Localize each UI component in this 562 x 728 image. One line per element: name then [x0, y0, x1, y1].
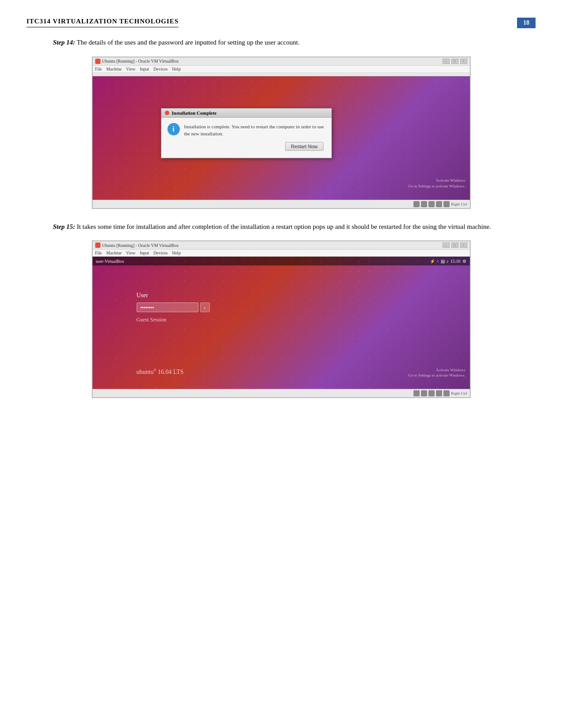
activate-windows-line1-2: Activate Windows [408, 367, 465, 373]
close-button[interactable]: × [460, 59, 467, 64]
activate-windows-watermark-1: Activate Windows Go to Settings to activ… [408, 178, 465, 189]
maximize-button[interactable]: □ [451, 59, 458, 64]
step14-label: Step 14: [53, 39, 75, 46]
step15-label: Step 15: [53, 223, 75, 230]
status-icon-7 [421, 390, 427, 396]
menu-view[interactable]: View [126, 67, 135, 71]
step14-text: The details of the uses and the password… [75, 39, 299, 46]
menu-help[interactable]: Help [172, 67, 180, 71]
step15-text: It takes some time for installation and … [75, 223, 491, 230]
menu-help-2[interactable]: Help [172, 250, 180, 255]
status-icon-6 [413, 390, 420, 396]
vbox-app-icon-2 [95, 243, 100, 248]
activate-windows-line2: Go to Settings to activate Windows. [408, 183, 465, 189]
activate-windows-line2-2: Go to Settings to activate Windows. [408, 373, 465, 378]
install-dialog-titlebar: Installation Complete [161, 108, 331, 118]
dialog-icon-dot [165, 111, 169, 115]
restart-now-button[interactable]: Restart Now [285, 142, 324, 151]
page-header: ITC314 VIRTUALIZATION TECHNOLOGIES 18 [26, 18, 536, 28]
activate-windows-line1: Activate Windows [408, 178, 465, 183]
status-icon-1 [413, 201, 420, 207]
dialog-message-text: Installation is complete. You need to re… [184, 123, 325, 138]
vbox-statusbar-2: Right Ctrl [93, 389, 470, 397]
menu-devices-2[interactable]: Devices [153, 250, 167, 255]
step15-paragraph: Step 15: It takes some time for installa… [53, 221, 536, 233]
ubuntu-desktop-1: Installation Complete i Installation is … [93, 76, 470, 200]
document-title: ITC314 VIRTUALIZATION TECHNOLOGIES [26, 18, 179, 27]
menu-file[interactable]: File [95, 67, 102, 71]
vbox-menubar-1[interactable]: File Machine View Input Devices Help [93, 66, 470, 73]
status-icon-3 [428, 201, 435, 207]
menu-input-2[interactable]: Input [140, 250, 149, 255]
menu-file-2[interactable]: File [95, 250, 102, 255]
statusbar-right-2: Right Ctrl [413, 390, 467, 396]
vbox-titlebar-left: Ubuntu [Running] - Oracle VM VirtualBox [95, 59, 179, 64]
maximize-button-2[interactable]: □ [451, 243, 458, 248]
minimize-button-2[interactable]: – [443, 243, 450, 248]
menu-machine-2[interactable]: Machine [106, 250, 122, 255]
vbox-titlebar-1: Ubuntu [Running] - Oracle VM VirtualBox … [93, 57, 470, 66]
status-icon-8 [428, 390, 435, 396]
step14-paragraph: Step 14: The details of the uses and the… [53, 37, 536, 49]
menu-machine[interactable]: Machine [106, 67, 122, 71]
status-icon-5 [443, 201, 450, 207]
page-number: 18 [517, 18, 536, 28]
vbox-menubar-2[interactable]: File Machine View Input Devices Help [93, 250, 470, 257]
vbox-window-2: Ubuntu [Running] - Oracle VM VirtualBox … [92, 241, 470, 398]
vbox-titlebar-2: Ubuntu [Running] - Oracle VM VirtualBox … [93, 241, 470, 250]
vbox-window-1: Ubuntu [Running] - Oracle VM VirtualBox … [92, 57, 470, 209]
right-ctrl-label: Right Ctrl [451, 202, 467, 206]
vbox-titlebar-controls-2[interactable]: – □ × [443, 243, 467, 248]
vbox-toolbar-1 [93, 73, 470, 76]
status-icon-4 [436, 201, 442, 207]
install-complete-dialog: Installation Complete i Installation is … [161, 108, 332, 158]
menu-devices[interactable]: Devices [153, 67, 167, 71]
status-icon-9 [436, 390, 442, 396]
ubuntu-logo-label: ubuntu® 16.04 LTS [137, 369, 184, 375]
screenshot1-container: Ubuntu [Running] - Oracle VM VirtualBox … [92, 56, 471, 209]
minimize-button[interactable]: – [443, 59, 450, 64]
vbox-titlebar-controls[interactable]: – □ × [443, 59, 467, 64]
install-dialog-body: i Installation is complete. You need to … [161, 118, 331, 158]
status-icon-10 [443, 390, 450, 396]
ubuntu-desktop-2: user-VirtualBox ⚡ ↑ ▤ ♪ 15:10 ⚙ User › G… [93, 257, 470, 389]
status-icon-2 [421, 201, 427, 207]
dialog-buttons: Restart Now [167, 142, 325, 153]
screenshot2-container: Ubuntu [Running] - Oracle VM VirtualBox … [92, 240, 471, 398]
dialog-message-row: i Installation is complete. You need to … [167, 123, 325, 138]
vbox-app-icon [95, 59, 100, 64]
vbox-titlebar-left-2: Ubuntu [Running] - Oracle VM VirtualBox [95, 243, 179, 248]
dialog-title-text: Installation Complete [172, 110, 217, 116]
statusbar-right-1: Right Ctrl [413, 201, 467, 207]
vbox-statusbar-1: Right Ctrl [93, 200, 470, 208]
right-ctrl-label-2: Right Ctrl [451, 391, 467, 396]
menu-input[interactable]: Input [140, 67, 149, 71]
ubuntu-version-text: ubuntu® 16.04 LTS [137, 368, 184, 376]
vbox-title-text-2: Ubuntu [Running] - Oracle VM VirtualBox [102, 243, 179, 248]
vbox-title-text: Ubuntu [Running] - Oracle VM VirtualBox [102, 59, 179, 63]
menu-view-2[interactable]: View [126, 250, 135, 255]
close-button-2[interactable]: × [460, 243, 467, 248]
activate-windows-watermark-2: Activate Windows Go to Settings to activ… [408, 367, 465, 378]
info-icon: i [167, 123, 180, 135]
